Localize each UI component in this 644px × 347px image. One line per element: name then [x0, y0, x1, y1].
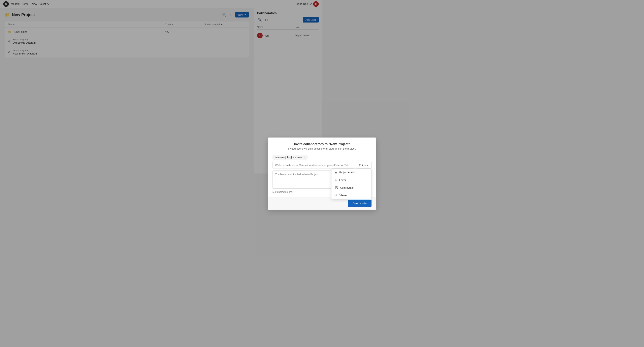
email-tag-text: ········dev+john@······.com — [275, 156, 302, 159]
modal-subtitle: Invited users will gain access to all di… — [272, 147, 322, 150]
message-textarea[interactable] — [272, 170, 322, 174]
modal-header: Invite collaborators to "New Project" In… — [268, 137, 322, 153]
email-tag: ········dev+john@······.com ✕ — [272, 155, 308, 160]
invite-modal: Invite collaborators to "New Project" In… — [268, 137, 322, 174]
email-tags-row: ········dev+john@······.com ✕ — [272, 155, 322, 160]
email-input[interactable] — [272, 162, 322, 168]
input-role-row: Editor ▾ ★ Project Admin ✏ Editor — [272, 162, 322, 168]
modal-body: ········dev+john@······.com ✕ Editor ▾ ★ — [268, 153, 322, 174]
modal-overlay[interactable]: Invite collaborators to "New Project" In… — [0, 0, 322, 173]
modal-title: Invite collaborators to "New Project" — [272, 142, 322, 146]
email-tag-remove-icon[interactable]: ✕ — [303, 156, 305, 159]
